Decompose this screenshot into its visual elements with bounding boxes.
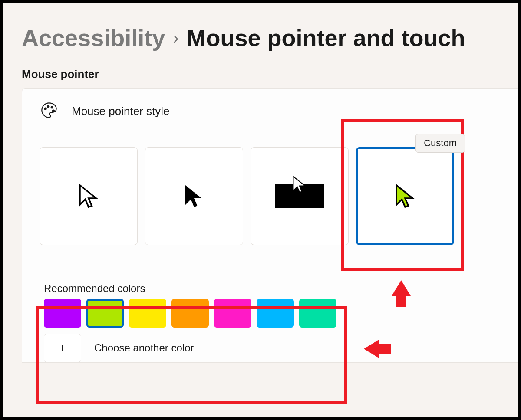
color-swatch-yellow[interactable] [129, 299, 166, 328]
cursor-custom-icon [392, 183, 418, 209]
breadcrumb-separator-icon: › [173, 28, 178, 48]
cursor-white-icon [76, 183, 102, 209]
choose-color-label: Choose another color [94, 342, 194, 354]
palette-icon [40, 102, 58, 121]
color-swatches [44, 299, 518, 328]
color-swatch-orange[interactable] [171, 299, 209, 328]
pointer-style-custom[interactable] [356, 147, 454, 245]
inverted-box [275, 184, 324, 208]
plus-icon: + [59, 341, 66, 355]
recommended-colors-section: Recommended colors + Choose another colo… [22, 282, 518, 362]
section-title: Mouse pointer [22, 68, 518, 81]
breadcrumb-parent[interactable]: Accessibility [22, 24, 165, 51]
choose-color-row: + Choose another color [44, 334, 518, 362]
svg-point-3 [53, 110, 54, 112]
pointer-style-inverted[interactable] [251, 147, 349, 245]
annotation-arrow-left-icon [364, 339, 379, 358]
svg-point-0 [45, 108, 46, 110]
card-header[interactable]: Mouse pointer style [22, 89, 518, 134]
cursor-black-icon [181, 183, 207, 209]
cursor-inverted-icon [290, 175, 309, 194]
pointer-style-label: Mouse pointer style [72, 105, 169, 118]
color-swatch-lime[interactable] [86, 299, 124, 328]
color-swatch-teal[interactable] [299, 299, 336, 328]
add-color-button[interactable]: + [44, 334, 81, 362]
color-swatch-magenta[interactable] [214, 299, 251, 328]
custom-tooltip: Custom [415, 134, 465, 153]
breadcrumb: Accessibility › Mouse pointer and touch [22, 24, 518, 51]
recommended-colors-label: Recommended colors [44, 282, 518, 295]
svg-point-2 [51, 106, 53, 108]
svg-point-1 [47, 106, 49, 108]
annotation-arrow-up-icon [392, 280, 411, 296]
color-swatch-blue[interactable] [257, 299, 294, 328]
color-swatch-purple[interactable] [44, 299, 81, 328]
breadcrumb-current: Mouse pointer and touch [187, 24, 465, 51]
pointer-style-card: Mouse pointer style Custom [22, 88, 518, 363]
pointer-style-black[interactable] [145, 147, 243, 245]
pointer-style-white[interactable] [40, 147, 138, 245]
